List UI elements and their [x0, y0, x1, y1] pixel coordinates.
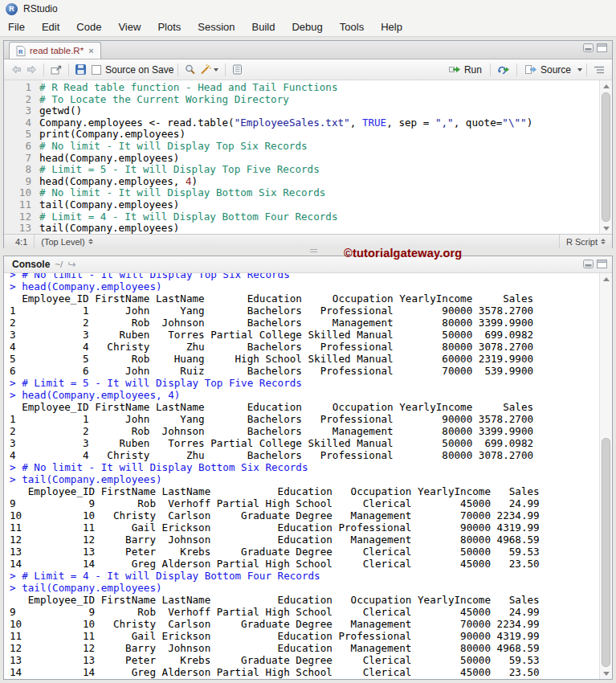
menu-debug[interactable]: Debug	[287, 18, 327, 35]
editor-status-bar: 4:1 (Top Level) R Script	[4, 234, 612, 248]
menu-view[interactable]: View	[113, 18, 145, 35]
console-line: 10 10 Christy Carlson Graduate Degree Ma…	[10, 618, 599, 630]
run-button[interactable]: Run	[445, 63, 486, 77]
console-line: 4 4 Christy Zhu Bachelors Professional 8…	[10, 449, 599, 461]
document-outline-icon[interactable]	[591, 64, 607, 76]
line-number: 10	[4, 187, 39, 199]
line-number: 12	[4, 211, 39, 223]
menu-file[interactable]: File	[3, 18, 30, 35]
scope-selector[interactable]: (Top Level)	[34, 235, 99, 248]
source-icon	[525, 65, 537, 74]
file-type-selector[interactable]: R Script	[559, 235, 612, 248]
code-editor[interactable]: 1# R Read table function - Head and Tail…	[4, 80, 612, 234]
console-line: 9 9 Rob Verhoff Partial High School Cler…	[10, 497, 599, 509]
console-line: 4 4 Christy Zhu Bachelors Professional 8…	[10, 341, 599, 353]
menu-plots[interactable]: Plots	[153, 18, 186, 35]
console-scroll-down-icon[interactable]	[600, 668, 612, 679]
console-scrollbar[interactable]	[599, 273, 612, 679]
source-dropdown-caret[interactable]	[577, 68, 582, 72]
search-icon[interactable]	[182, 63, 198, 76]
source-pane: R read table.R* ×	[3, 40, 613, 248]
editor-toolbar: Source on Save	[4, 59, 612, 80]
console-working-directory: ~/	[55, 260, 63, 269]
line-number: 7	[4, 153, 39, 165]
code-line: 3getwd()	[4, 105, 599, 117]
console-maximize-icon[interactable]	[597, 260, 607, 268]
code-line: 12# Limit = 4 - It will Display Bottom F…	[4, 211, 599, 223]
console-line: 5 5 Rob Huang High School Skilled Manual…	[10, 353, 599, 365]
line-number: 8	[4, 164, 39, 176]
menu-code[interactable]: Code	[71, 18, 106, 35]
scroll-down-icon[interactable]	[600, 223, 612, 234]
goto-directory-icon[interactable]: ↪	[67, 259, 75, 270]
editor-tab-bar: R read table.R* ×	[4, 41, 612, 59]
title-bar: R RStudio	[0, 0, 616, 18]
console-line: > head(Company.employees, 4)	[10, 389, 599, 401]
maximize-pane-icon[interactable]	[597, 43, 607, 52]
r-script-file-icon: R	[16, 46, 26, 56]
console-line: 9 9 Rob Verhoff Partial High School Cler…	[10, 606, 599, 618]
console-title: Console	[12, 259, 50, 270]
console-line: 3 3 Ruben Torres Partial College Skilled…	[10, 437, 599, 449]
console-line: > # No limit - It will Display Bottom Si…	[10, 461, 599, 473]
console-output[interactable]: > # No limit - It will Display Top Six R…	[4, 273, 599, 678]
source-on-save-checkbox[interactable]	[92, 65, 101, 75]
show-in-new-window-icon[interactable]	[48, 63, 64, 76]
console-line: 10 10 Christy Carlson Graduate Degree Ma…	[10, 509, 599, 521]
compile-notebook-icon[interactable]	[230, 63, 245, 76]
window-title: RStudio	[23, 3, 58, 14]
file-type-label: R Script	[566, 237, 598, 247]
rerun-icon[interactable]	[495, 63, 512, 76]
minimize-pane-icon[interactable]	[583, 43, 594, 52]
menu-help[interactable]: Help	[376, 18, 407, 35]
console-line: 12 12 Barry Johnson Education Management…	[10, 534, 599, 546]
console-line: Employee_ID FirstName LastName Education…	[10, 485, 599, 497]
menu-tools[interactable]: Tools	[335, 18, 369, 35]
console-line: 2 2 Rob Johnson Bachelors Management 800…	[10, 425, 599, 437]
line-number: 3	[4, 105, 39, 117]
console-line: Employee_ID FirstName LastName Education…	[10, 401, 599, 413]
tab-label: read table.R*	[30, 46, 84, 55]
watermark: ©tutorialgateway.org	[344, 247, 462, 260]
console-line: 3 3 Ruben Torres Partial College Skilled…	[10, 329, 599, 341]
back-icon[interactable]	[9, 63, 24, 76]
save-icon[interactable]	[73, 63, 88, 76]
source-button[interactable]: Source	[521, 63, 575, 77]
console-line: 11 11 Gail Erickson Education Profession…	[10, 630, 599, 642]
console-line: 2 2 Rob Johnson Bachelors Management 800…	[10, 317, 599, 329]
tab-read-table[interactable]: R read table.R* ×	[9, 42, 101, 59]
console-scroll-up-icon[interactable]	[600, 273, 612, 284]
menu-session[interactable]: Session	[193, 18, 239, 35]
wand-dropdown-caret[interactable]	[214, 68, 218, 72]
code-line: 10# No limit - It will Display Bottom Si…	[4, 187, 599, 199]
line-number: 13	[4, 223, 39, 234]
pane-splitter-grip[interactable]	[310, 249, 317, 252]
console-line: > # Limit = 4 - It will Display Bottom F…	[10, 570, 599, 582]
editor-scrollbar[interactable]	[599, 80, 612, 234]
code-area: 1# R Read table function - Head and Tail…	[4, 82, 599, 234]
code-line: 7head(Company.employees)	[4, 153, 599, 165]
run-icon	[449, 65, 461, 74]
scroll-up-icon[interactable]	[600, 80, 612, 92]
forward-icon[interactable]	[24, 63, 39, 76]
console-scrollbar-thumb[interactable]	[602, 438, 610, 667]
code-line: 13tail(Company.employees)	[4, 223, 599, 234]
console-pane: Console ~/ ↪ > # No limit - It will Disp…	[3, 256, 613, 680]
menu-build[interactable]: Build	[247, 18, 280, 35]
code-tools-wand-icon[interactable]	[198, 63, 221, 76]
line-number: 9	[4, 176, 39, 188]
console-line: > head(Company.employees)	[10, 280, 599, 292]
code-line: 5print(Company.employees)	[4, 129, 599, 141]
svg-text:R: R	[18, 48, 23, 55]
code-line: 9head(Company.employees, 4)	[4, 176, 599, 188]
menu-edit[interactable]: Edit	[37, 18, 64, 35]
code-line: 6# No limit - It will Display Top Six Re…	[4, 141, 599, 153]
console-line: 14 14 Greg Alderson Partial High School …	[10, 666, 599, 678]
console-minimize-icon[interactable]	[583, 260, 594, 268]
tab-close-icon[interactable]: ×	[88, 46, 93, 55]
editor-scrollbar-thumb[interactable]	[602, 92, 610, 222]
source-on-save-label: Source on Save	[105, 64, 173, 76]
console-line: 13 13 Peter Krebs Graduate Degree Cleric…	[10, 546, 599, 558]
console-line: Employee_ID FirstName LastName Education…	[10, 594, 599, 606]
file-type-updown-icon	[601, 239, 606, 244]
